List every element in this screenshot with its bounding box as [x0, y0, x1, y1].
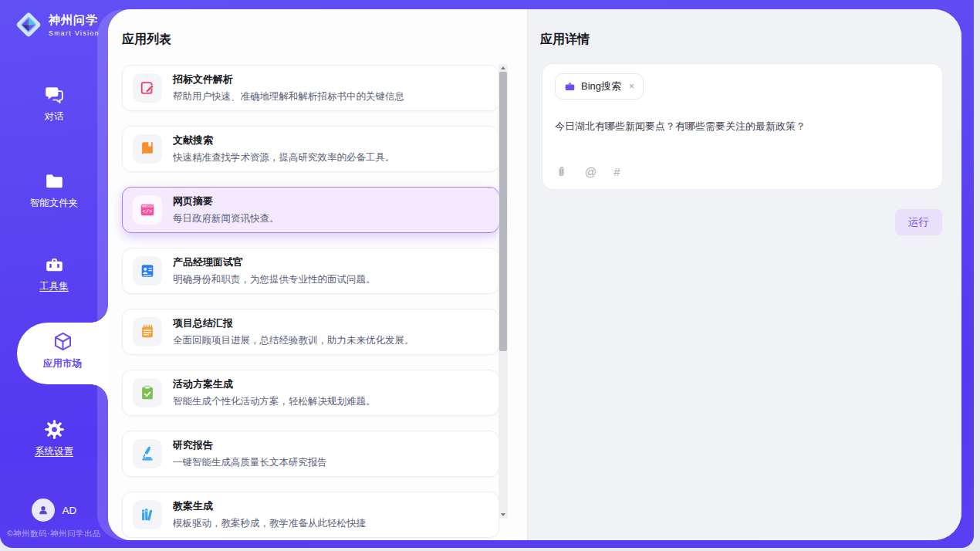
app-card-desc: 明确身份和职责，为您提供专业性的面试问题。: [173, 273, 376, 286]
app-card-desc: 模板驱动，教案秒成，教学准备从此轻松快捷: [173, 517, 366, 530]
app-card-desc: 帮助用户快速、准确地理解和解析招标书中的关键信息: [173, 90, 404, 103]
app-subtitle: Smart Vision: [49, 29, 100, 37]
sidebar-item-settings[interactable]: 系统设置: [0, 419, 108, 458]
app-list-panel: 应用列表 招标文件解析 帮助用户快速、准确地理解和解析招标书中的关键信息: [108, 9, 527, 540]
notepad-icon: [139, 323, 156, 340]
app-icon-tile: [133, 317, 162, 346]
book-icon: [139, 140, 156, 157]
sidebar-item-app-market[interactable]: 应用市场: [17, 323, 108, 384]
app-card-title: 活动方案生成: [173, 377, 376, 391]
app-card-project-summary[interactable]: 项目总结汇报 全面回顾项目进展，总结经验教训，助力未来优化发展。: [122, 309, 499, 355]
app-icon-tile: [133, 378, 162, 407]
app-detail-panel: 应用详情 Bing搜索 × 今日湖北有哪些新闻要点？有哪些需要关注的最新政策？: [527, 9, 961, 540]
app-name: 神州问学: [49, 13, 100, 28]
app-list-title: 应用列表: [122, 32, 171, 48]
briefcase-icon: [564, 81, 576, 93]
svg-text:</>: </>: [143, 208, 152, 215]
sidebar-item-smart-folder[interactable]: 智能文件夹: [0, 171, 108, 210]
list-scrollbar[interactable]: [498, 64, 508, 519]
app-logo: 神州问学 Smart Vision: [14, 10, 100, 39]
sidebar-item-toolset[interactable]: 工具集: [0, 255, 108, 293]
main-content: 应用列表 招标文件解析 帮助用户快速、准确地理解和解析招标书中的关键信息: [108, 9, 961, 540]
browser-code-icon: </>: [139, 201, 156, 218]
scrollbar-thumb[interactable]: [499, 72, 507, 351]
app-card-event-plan[interactable]: 活动方案生成 智能生成个性化活动方案，轻松解决规划难题。: [122, 370, 499, 416]
paperclip-icon[interactable]: [555, 165, 568, 178]
user-icon: [37, 504, 49, 516]
app-card-research-report[interactable]: 研究报告 一键智能生成高质量长文本研究报告: [122, 431, 499, 477]
app-card-title: 教案生成: [173, 499, 366, 513]
query-input-card[interactable]: Bing搜索 × 今日湖北有哪些新闻要点？有哪些需要关注的最新政策？ @ #: [542, 63, 943, 190]
app-card-desc: 每日政府新闻资讯快查。: [173, 212, 279, 225]
interviewer-icon: [139, 262, 156, 279]
app-card-desc: 全面回顾项目进展，总结经验教训，助力未来优化发展。: [173, 334, 414, 347]
toolbox-icon: [44, 255, 65, 275]
run-button[interactable]: 运行: [895, 209, 942, 235]
app-card-title: 产品经理面试官: [173, 255, 376, 269]
chat-icon: [44, 85, 65, 105]
tool-chip-label: Bing搜索: [581, 79, 621, 93]
sidebar: 神州问学 Smart Vision 对话 智能文件夹: [0, 0, 108, 548]
app-icon-tile: [133, 500, 162, 529]
folder-icon: [44, 171, 65, 191]
tool-chip-bing-search[interactable]: Bing搜索 ×: [555, 73, 644, 100]
sidebar-item-label: 系统设置: [0, 445, 108, 458]
query-text[interactable]: 今日湖北有哪些新闻要点？有哪些需要关注的最新政策？: [555, 119, 930, 134]
app-card-title: 招标文件解析: [173, 73, 404, 86]
sidebar-item-dialog[interactable]: 对话: [0, 85, 108, 123]
hash-icon[interactable]: #: [613, 165, 620, 178]
app-window: 神州问学 Smart Vision 对话 智能文件夹: [0, 0, 974, 548]
at-icon[interactable]: @: [585, 165, 596, 178]
sidebar-item-label: 应用市场: [17, 357, 108, 370]
app-icon-tile: [133, 439, 162, 468]
app-card-pm-interviewer[interactable]: 产品经理面试官 明确身份和职责，为您提供专业性的面试问题。: [122, 248, 499, 294]
attachment-toolbar: @ #: [555, 165, 930, 180]
app-card-list: 招标文件解析 帮助用户快速、准确地理解和解析招标书中的关键信息 文献搜索: [122, 65, 499, 540]
app-detail-title: 应用详情: [540, 32, 590, 48]
sidebar-item-label: 智能文件夹: [0, 197, 108, 210]
logo-diamond-icon: [14, 10, 43, 39]
scrollbar-up-arrow[interactable]: [498, 64, 508, 72]
app-card-title: 项目总结汇报: [173, 316, 414, 330]
app-icon-tile: [133, 73, 162, 103]
avatar: [32, 499, 55, 522]
app-card-desc: 智能生成个性化活动方案，轻松解决规划难题。: [173, 395, 376, 408]
app-card-lesson-plan[interactable]: 教案生成 模板驱动，教案秒成，教学准备从此轻松快捷: [122, 492, 499, 538]
user-name: AD: [63, 505, 77, 516]
app-card-title: 研究报告: [173, 438, 327, 452]
copyright-footer: ©神州数码·神州问学出品: [0, 529, 108, 539]
app-card-web-summary[interactable]: </> 网页摘要 每日政府新闻资讯快查。: [122, 187, 499, 233]
clipboard-check-icon: [139, 384, 156, 401]
app-card-title: 网页摘要: [173, 194, 279, 208]
app-icon-tile: </>: [133, 195, 162, 225]
app-icon-tile: [133, 134, 162, 164]
app-card-desc: 快速精准查找学术资源，提高研究效率的必备工具。: [173, 151, 395, 164]
app-card-desc: 一键智能生成高质量长文本研究报告: [173, 456, 327, 469]
books-icon: [139, 506, 156, 523]
chip-close-icon[interactable]: ×: [629, 81, 634, 92]
document-edit-icon: [139, 79, 156, 96]
sidebar-item-label: 对话: [0, 110, 108, 123]
user-account[interactable]: AD: [0, 499, 108, 522]
gear-icon: [44, 419, 65, 440]
app-card-literature-search[interactable]: 文献搜索 快速精准查找学术资源，提高研究效率的必备工具。: [122, 126, 499, 172]
microscope-icon: [139, 445, 156, 462]
sidebar-item-label: 工具集: [0, 280, 108, 293]
cube-icon: [52, 331, 73, 352]
app-card-bid-analysis[interactable]: 招标文件解析 帮助用户快速、准确地理解和解析招标书中的关键信息: [122, 65, 499, 111]
app-card-title: 文献搜索: [173, 134, 395, 147]
app-icon-tile: [133, 256, 162, 286]
scrollbar-down-arrow[interactable]: [498, 511, 508, 519]
